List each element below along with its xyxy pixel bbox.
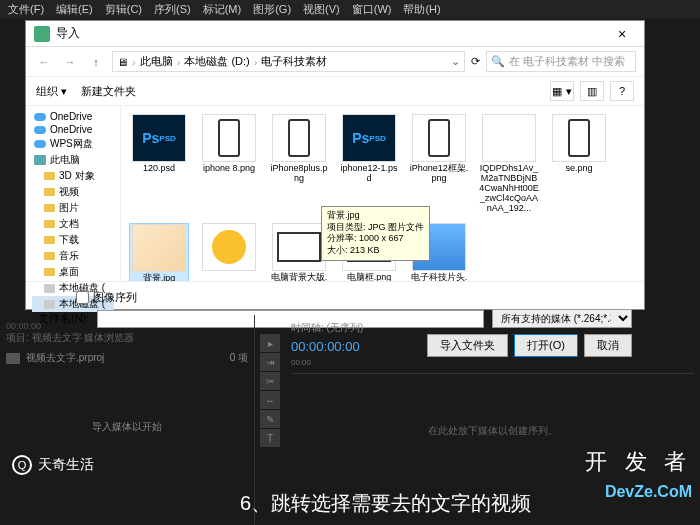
project-name[interactable]: 视频去文字.prproj — [26, 351, 104, 365]
file-label: 120.psd — [129, 164, 189, 174]
close-button[interactable]: × — [608, 26, 636, 42]
cloud-icon — [34, 140, 46, 148]
folder-icon — [44, 236, 55, 244]
project-icon — [6, 353, 20, 364]
file-label: 电脑框.png — [339, 273, 399, 281]
sidebar-item[interactable]: 3D 对象 — [32, 168, 114, 184]
sidebar-item[interactable]: 音乐 — [32, 248, 114, 264]
dialog-navbar: ← → ↑ 🖥› 此电脑› 本地磁盘 (D:)› 电子科技素材 ⌄ ⟳ 🔍 在 … — [26, 47, 644, 77]
menu-file[interactable]: 文件(F) — [8, 2, 44, 17]
dialog-icon — [34, 26, 50, 42]
dialog-title: 导入 — [56, 25, 608, 42]
track-tool-icon[interactable]: ⇥ — [260, 353, 280, 371]
menu-graphics[interactable]: 图形(G) — [253, 2, 291, 17]
breadcrumb-folder[interactable]: 电子科技素材 — [261, 54, 327, 69]
timeline-tab[interactable]: 时间轴: (无序列) — [291, 321, 694, 335]
sidebar-wps[interactable]: WPS网盘 — [32, 136, 114, 152]
image-sequence-label: 图像序列 — [93, 290, 137, 305]
file-item[interactable]: iPhone12框架.png — [409, 114, 469, 213]
file-item[interactable]: PsPSD120.psd — [129, 114, 189, 213]
preview-pane-button[interactable]: ▥ — [580, 81, 604, 101]
file-thumbnail — [202, 114, 256, 162]
watermark-right1: 开 发 者 — [585, 447, 692, 477]
file-item[interactable]: 背景.jpg — [129, 223, 189, 281]
pen-tool-icon[interactable]: ✎ — [260, 410, 280, 428]
file-thumbnail — [132, 224, 186, 272]
search-input[interactable]: 🔍 在 电子科技素材 中搜索 — [486, 51, 636, 72]
folder-icon — [44, 268, 55, 276]
folder-icon — [44, 188, 55, 196]
file-label: 电脑背景大版.png — [269, 273, 329, 281]
file-thumbnail: PsPSD — [132, 114, 186, 162]
panel-tabs[interactable]: 项目: 视频去文字 媒体浏览器 — [6, 331, 248, 345]
menu-window[interactable]: 窗口(W) — [352, 2, 392, 17]
search-placeholder: 在 电子科技素材 中搜索 — [509, 54, 625, 69]
sidebar-onedrive2[interactable]: OneDrive — [32, 123, 114, 136]
file-label: iphone12-1.psd — [339, 164, 399, 184]
pc-icon — [34, 155, 46, 165]
type-tool-icon[interactable]: T — [260, 429, 280, 447]
file-label: 背景.jpg — [130, 274, 188, 281]
selection-tool-icon[interactable]: ▸ — [260, 334, 280, 352]
drop-media-hint[interactable]: 在此处放下媒体以创建序列。 — [291, 424, 694, 438]
breadcrumb-drive[interactable]: 本地磁盘 (D:) — [184, 54, 249, 69]
search-icon: 🔍 — [491, 55, 505, 68]
folder-icon — [44, 220, 55, 228]
file-thumbnail — [412, 114, 466, 162]
menu-sequence[interactable]: 序列(S) — [154, 2, 191, 17]
sidebar-item[interactable]: 桌面 — [32, 264, 114, 280]
menu-marker[interactable]: 标记(M) — [203, 2, 242, 17]
organize-button[interactable]: 组织 ▾ — [36, 84, 67, 99]
file-label: iphone 8.png — [199, 164, 259, 174]
disk-icon — [44, 300, 55, 309]
sidebar-item[interactable]: 视频 — [32, 184, 114, 200]
file-item[interactable]: PsPSDiphone12-1.psd — [339, 114, 399, 213]
file-thumbnail — [202, 223, 256, 271]
sidebar-item[interactable]: 文档 — [32, 216, 114, 232]
file-item[interactable]: iphone 8.png — [199, 114, 259, 213]
breadcrumb-dropdown-icon[interactable]: ⌄ — [451, 55, 460, 68]
breadcrumb-root[interactable]: 此电脑 — [140, 54, 173, 69]
file-label: se.png — [549, 164, 609, 174]
menu-clip[interactable]: 剪辑(C) — [105, 2, 142, 17]
sidebar-onedrive[interactable]: OneDrive — [32, 110, 114, 123]
image-sequence-checkbox[interactable] — [76, 291, 89, 304]
timecode[interactable]: 00:00:00:00 — [291, 339, 694, 354]
help-button[interactable]: ? — [610, 81, 634, 101]
watermark-left: Q 天奇生活 — [12, 455, 94, 475]
menu-view[interactable]: 视图(V) — [303, 2, 340, 17]
nav-forward-icon[interactable]: → — [60, 52, 80, 72]
folder-icon — [44, 204, 55, 212]
sidebar: OneDrive OneDrive WPS网盘 此电脑 3D 对象 视频 图片 … — [26, 106, 121, 281]
view-mode-button[interactable]: ▦ ▾ — [550, 81, 574, 101]
ripple-tool-icon[interactable]: ✂ — [260, 372, 280, 390]
nav-back-icon[interactable]: ← — [34, 52, 54, 72]
sidebar-thispc[interactable]: 此电脑 — [32, 152, 114, 168]
file-tooltip: 背景.jpg 项目类型: JPG 图片文件 分辨率: 1000 x 667 大小… — [321, 206, 430, 261]
project-panel: 00:00:00 项目: 视频去文字 媒体浏览器 视频去文字.prproj 0 … — [0, 315, 255, 525]
file-item[interactable]: se.png — [549, 114, 609, 213]
app-menubar: 文件(F) 编辑(E) 剪辑(C) 序列(S) 标记(M) 图形(G) 视图(V… — [0, 0, 700, 19]
nav-up-icon[interactable]: ↑ — [86, 52, 106, 72]
import-dialog: 导入 × ← → ↑ 🖥› 此电脑› 本地磁盘 (D:)› 电子科技素材 ⌄ ⟳… — [25, 20, 645, 310]
item-count: 0 项 — [230, 351, 248, 365]
folder-icon — [44, 252, 55, 260]
file-item[interactable]: IQDPDhs1Av_M2aTNBDjNB4CwaNhHt00E_zwCl4cQ… — [479, 114, 539, 213]
slip-tool-icon[interactable]: ↔ — [260, 391, 280, 409]
menu-help[interactable]: 帮助(H) — [403, 2, 440, 17]
file-item[interactable] — [199, 223, 259, 281]
file-item[interactable]: 电脑背景大版.png — [269, 223, 329, 281]
time-ruler[interactable]: 00:00 — [291, 358, 694, 374]
breadcrumb[interactable]: 🖥› 此电脑› 本地磁盘 (D:)› 电子科技素材 ⌄ — [112, 51, 465, 72]
refresh-icon[interactable]: ⟳ — [471, 55, 480, 68]
newfolder-button[interactable]: 新建文件夹 — [81, 84, 136, 99]
sidebar-item[interactable]: 下载 — [32, 232, 114, 248]
file-label: 电子科技片头.mp4 — [409, 273, 469, 281]
logo-icon: Q — [12, 455, 32, 475]
file-thumbnail — [552, 114, 606, 162]
file-label: IQDPDhs1Av_M2aTNBDjNB4CwaNhHt00E_zwCl4cQ… — [479, 164, 539, 213]
file-item[interactable]: iPhone8plus.png — [269, 114, 329, 213]
cloud-icon — [34, 113, 46, 121]
menu-edit[interactable]: 编辑(E) — [56, 2, 93, 17]
sidebar-item[interactable]: 图片 — [32, 200, 114, 216]
